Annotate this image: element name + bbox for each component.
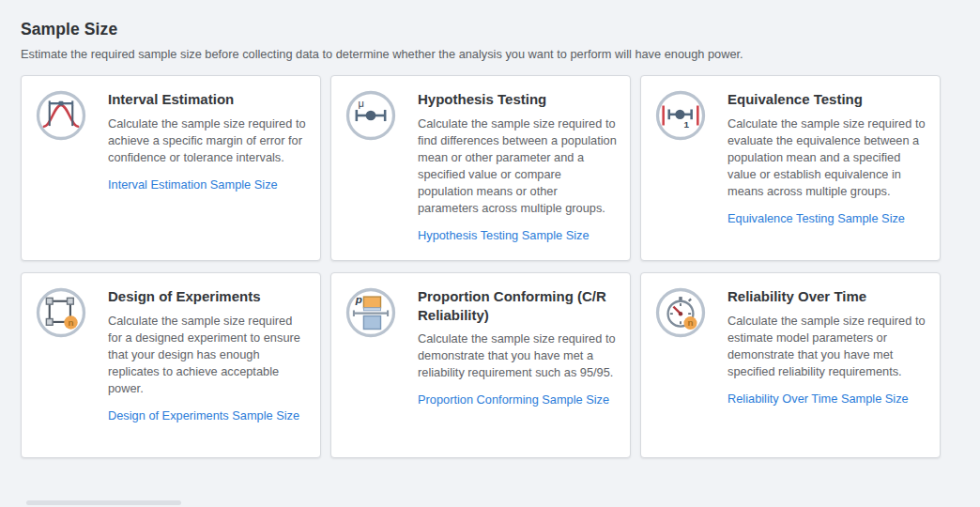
card-description: Calculate the sample size required to fi… xyxy=(418,115,617,218)
card-equivalence-testing: 1 Equivalence Testing Calculate the samp… xyxy=(640,75,941,261)
card-title: Proportion Conforming (C/R Reliability) xyxy=(418,287,617,324)
n-label: n xyxy=(687,317,693,328)
hypothesis-testing-icon: μ xyxy=(345,89,397,142)
card-description: Calculate the sample size required to es… xyxy=(727,313,926,381)
sample-size-card-grid: Interval Estimation Calculate the sample… xyxy=(21,75,941,458)
design-of-experiments-link[interactable]: Design of Experiments Sample Size xyxy=(108,408,299,422)
page-title: Sample Size xyxy=(21,20,959,39)
card-description: Calculate the sample size required to ac… xyxy=(108,115,307,166)
design-of-experiments-icon: n xyxy=(35,286,87,339)
card-interval-estimation: Interval Estimation Calculate the sample… xyxy=(21,75,321,261)
card-title: Reliability Over Time xyxy=(727,287,926,306)
proportion-conforming-link[interactable]: Proportion Conforming Sample Size xyxy=(418,392,609,407)
card-description: Calculate the sample size required for a… xyxy=(108,313,307,398)
mu-label: μ xyxy=(359,98,364,109)
n-label: n xyxy=(68,317,73,328)
card-design-of-experiments: n Design of Experiments Calculate the sa… xyxy=(21,272,321,458)
interval-estimation-link[interactable]: Interval Estimation Sample Size xyxy=(108,177,278,192)
equivalence-testing-icon: 1 xyxy=(654,89,707,142)
card-description: Calculate the sample size required to ev… xyxy=(727,115,926,201)
card-reliability-over-time: n Reliability Over Time Calculate the sa… xyxy=(640,272,941,458)
interval-estimation-icon xyxy=(35,89,87,142)
card-title: Design of Experiments xyxy=(108,287,307,306)
card-title: Hypothesis Testing xyxy=(418,90,617,109)
card-title: Equivalence Testing xyxy=(727,90,926,109)
equivalence-testing-link[interactable]: Equivalence Testing Sample Size xyxy=(727,211,905,225)
one-label: 1 xyxy=(684,119,690,130)
hypothesis-testing-link[interactable]: Hypothesis Testing Sample Size xyxy=(418,228,590,242)
card-title: Interval Estimation xyxy=(108,90,307,109)
p-label: p xyxy=(355,293,362,305)
page-subtitle: Estimate the required sample size before… xyxy=(21,47,959,61)
horizontal-scrollbar-thumb[interactable] xyxy=(26,500,181,505)
card-proportion-conforming: p Proportion Conforming (C/R Reliability… xyxy=(330,272,631,458)
reliability-over-time-icon: n xyxy=(654,286,707,339)
proportion-conforming-icon: p xyxy=(345,286,397,339)
card-description: Calculate the sample size required to de… xyxy=(418,330,617,381)
card-hypothesis-testing: μ Hypothesis Testing Calculate the sampl… xyxy=(330,75,631,261)
page-header: Sample Size Estimate the required sample… xyxy=(0,0,980,61)
reliability-over-time-link[interactable]: Reliability Over Time Sample Size xyxy=(727,392,909,406)
